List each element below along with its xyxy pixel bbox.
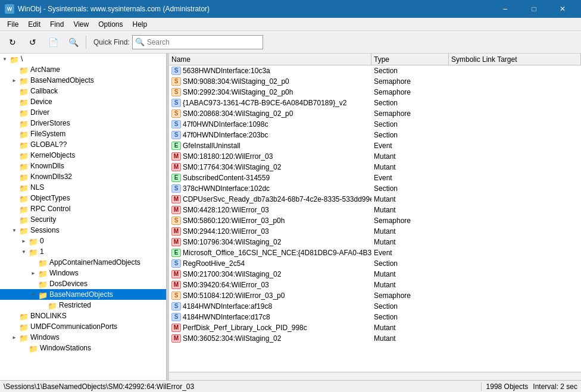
tree-item-objecttypes[interactable]: 📁ObjectTypes (0, 193, 166, 203)
minimize-button[interactable]: ‒ (492, 0, 519, 18)
list-row[interactable]: MCDPUserSvc_Ready_db7a3b24-68b7-4c2e-833… (169, 194, 581, 205)
list-row[interactable]: MPerfDisk_Perf_Library_Lock_PID_998cMuta… (169, 322, 581, 333)
menu-find[interactable]: Find (45, 19, 68, 30)
list-row[interactable]: S4184HWNDInterface:af19c8Section (169, 301, 581, 312)
folder-icon-windows2: 📁 (19, 334, 29, 341)
menu-options[interactable]: Options (93, 19, 127, 30)
tree-toggle-root[interactable]: ▼ (0, 54, 10, 64)
list-row[interactable]: SRegRootHive_2c54Section (169, 258, 581, 269)
list-row[interactable]: SSM0:51084:120:WilError_03_p0Semaphore (169, 290, 581, 301)
tree-panel[interactable]: ▼📁\📁ArcName►📁BaseNamedObjects📁Callback📁D… (0, 54, 167, 380)
tree-item-global[interactable]: 📁GLOBAL?? (0, 139, 166, 150)
menu-file[interactable]: File (2, 19, 23, 30)
list-row[interactable]: S47f0HWNDInterface:203bcSection (169, 130, 581, 140)
tree-item-knowndlls[interactable]: 📁KnownDlls (0, 161, 166, 171)
list-row[interactable]: SSM0:9088:304:WilStaging_02_p0Semaphore (169, 76, 581, 87)
tree-item-restricted[interactable]: 📁Restricted (0, 300, 166, 311)
tree-item-driver[interactable]: 📁Driver (0, 107, 166, 118)
tree-toggle-global (10, 140, 19, 149)
list-row[interactable]: MSM0:39420:64:WilError_03Mutant (169, 280, 581, 290)
list-row[interactable]: MSM0:17764:304:WilStaging_02Mutant (169, 162, 581, 173)
tree-item-rpccontrol[interactable]: 📁RPC Control (0, 203, 166, 214)
list-row[interactable]: MSM0:4428:120:WilError_03Mutant (169, 205, 581, 215)
tree-label-callback: Callback (30, 87, 58, 95)
tree-item-umdfcomm[interactable]: 📁UMDFCommunicationPorts (0, 321, 166, 332)
tree-toggle-windows[interactable]: ► (29, 268, 38, 278)
tree-item-arcname[interactable]: 📁ArcName (0, 64, 166, 75)
menu-view[interactable]: View (68, 19, 93, 30)
list-row[interactable]: SSM0:5860:120:WilError_03_p0hSemaphore (169, 215, 581, 226)
list-row[interactable]: SSM0:20868:304:WilStaging_02_p0Semaphore (169, 108, 581, 119)
tree-toggle-basenamedobj1[interactable]: ▼ (29, 290, 38, 299)
list-row[interactable]: S{1ABAC973-1361-4C7B-B9CE-6A084DB70189}_… (169, 98, 581, 108)
horizontal-scrollbar[interactable] (169, 372, 581, 380)
tree-item-callback[interactable]: 📁Callback (0, 86, 166, 96)
list-row[interactable]: MSM0:21700:304:WilStaging_02Mutant (169, 269, 581, 280)
folder-icon-driverstores: 📁 (19, 120, 29, 127)
cell-name: SSM0:51084:120:WilError_03_p0 (169, 291, 371, 300)
menu-edit[interactable]: Edit (23, 19, 45, 30)
tree-item-basenamedobj[interactable]: ►📁BaseNamedObjects (0, 75, 166, 86)
list-row[interactable]: SSM0:2992:304:WilStaging_02_p0hSemaphore (169, 87, 581, 98)
tree-item-windows[interactable]: ►📁Windows (0, 268, 166, 278)
header-type[interactable]: Type (371, 54, 449, 65)
list-row[interactable]: ESubscribedContent-314559Event (169, 173, 581, 183)
tree-toggle-sess0[interactable]: ► (19, 236, 29, 246)
tree-item-filesystem[interactable]: 📁FileSystem (0, 128, 166, 139)
search-box[interactable]: 🔍 (132, 35, 263, 49)
folder-icon-security: 📁 (19, 216, 29, 223)
tree-item-bnolinks[interactable]: 📁BNOLINKS (0, 311, 166, 321)
cell-name: S{1ABAC973-1361-4C7B-B9CE-6A084DB70189}_… (169, 99, 371, 107)
menu-help[interactable]: Help (128, 19, 152, 30)
cell-type: Mutant (371, 270, 449, 278)
search-input[interactable] (147, 38, 260, 46)
file-button[interactable]: 📄 (44, 34, 62, 51)
maximize-button[interactable]: □ (520, 0, 548, 18)
tree-toggle-windows2[interactable]: ► (10, 333, 19, 342)
refresh-button[interactable]: ↻ (4, 34, 21, 51)
list-row[interactable]: S47f0HWNDInterface:1098cSection (169, 119, 581, 130)
refresh2-button[interactable]: ↺ (24, 34, 42, 51)
tree-item-sessions[interactable]: ▼📁Sessions (0, 225, 166, 236)
list-row[interactable]: S378cHWNDInterface:102dcSection (169, 183, 581, 194)
tree-item-windowstations[interactable]: 📁WindowStations (0, 343, 166, 353)
tree-toggle-basenamedobj[interactable]: ► (10, 76, 19, 85)
header-symlink[interactable]: Symbolic Link Target (449, 54, 581, 65)
list-body[interactable]: S5638HWNDInterface:10c3aSectionSSM0:9088… (169, 65, 581, 372)
list-header: Name Type Symbolic Link Target (169, 54, 581, 65)
list-row[interactable]: S5638HWNDInterface:10c3aSection (169, 65, 581, 76)
tree-item-basenamedobj1[interactable]: ▼📁BaseNamedObjects (0, 289, 166, 300)
tree-item-security[interactable]: 📁Security (0, 214, 166, 225)
list-row[interactable]: EGfeInstallUninstallEvent (169, 140, 581, 151)
object-name: SM0:10796:304:WilStaging_02 (183, 238, 281, 246)
tree-item-dosdevices[interactable]: 📁DosDevices (0, 278, 166, 289)
tree-item-kernelobjects[interactable]: 📁KernelObjects (0, 150, 166, 161)
semaphore-icon: S (171, 77, 181, 86)
list-row[interactable]: MSM0:2944:120:WilError_03Mutant (169, 226, 581, 237)
tree-item-sess1[interactable]: ▼📁1 (0, 246, 166, 257)
search-toolbar-button[interactable]: 🔍 (64, 34, 82, 51)
list-row[interactable]: MSM0:18180:120:WilError_03Mutant (169, 151, 581, 162)
tree-item-windows2[interactable]: ►📁Windows (0, 332, 166, 343)
event-icon: E (171, 142, 181, 150)
object-name: SM0:51084:120:WilError_03_p0 (183, 291, 285, 300)
tree-item-driverstores[interactable]: 📁DriverStores (0, 118, 166, 128)
tree-toggle-sess1[interactable]: ▼ (19, 247, 29, 256)
tree-item-nls[interactable]: 📁NLS (0, 182, 166, 193)
object-name: SubscribedContent-314559 (183, 174, 270, 182)
event-icon: E (171, 174, 181, 182)
close-button[interactable]: ✕ (549, 0, 576, 18)
tree-item-appcontainer[interactable]: 📁AppContainerNamedObjects (0, 257, 166, 268)
tree-item-sess0[interactable]: ►📁0 (0, 236, 166, 246)
list-row[interactable]: MSM0:10796:304:WilStaging_02Mutant (169, 237, 581, 247)
tree-item-knowndlls32[interactable]: 📁KnownDlls32 (0, 171, 166, 182)
mutant-icon: M (171, 227, 181, 236)
list-row[interactable]: EMicrosoft_Office_16CSI_NCE_NCE:{4D81DBC… (169, 247, 581, 258)
section-icon: S (171, 120, 181, 128)
list-row[interactable]: S4184HWNDInterface:d17c8Section (169, 312, 581, 322)
tree-toggle-sessions[interactable]: ▼ (10, 225, 19, 235)
tree-item-root[interactable]: ▼📁\ (0, 54, 166, 64)
list-row[interactable]: MSM0:36052:304:WilStaging_02Mutant (169, 333, 581, 344)
tree-item-device[interactable]: 📁Device (0, 96, 166, 107)
header-name[interactable]: Name (169, 54, 371, 65)
